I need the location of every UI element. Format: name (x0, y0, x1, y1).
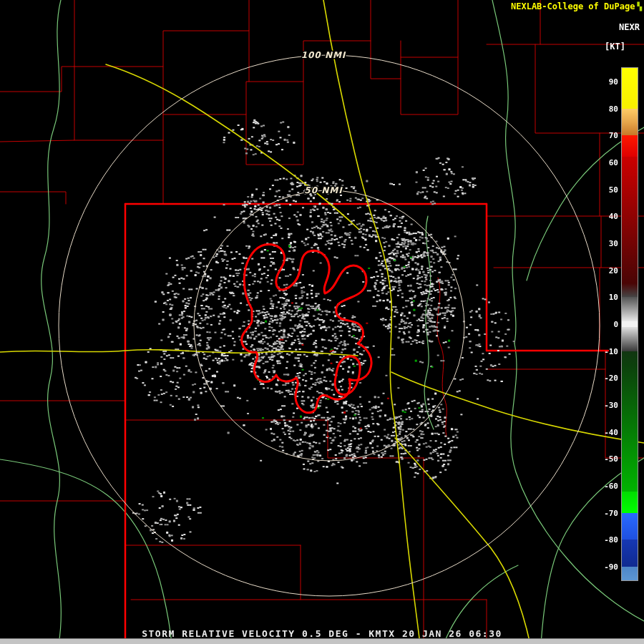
map-path (390, 301, 420, 644)
colorbar-segment (622, 122, 638, 135)
colorbar-segment (622, 283, 638, 297)
colorbar-tick: 40 (597, 212, 618, 221)
status-bar: STORM RELATIVE VELOCITY 0.5 DEG - KMTX 2… (0, 628, 644, 638)
range-rings: 100 NMI50 NMI (59, 50, 600, 596)
brand: NEXLAB-College of DuPage ▚ (511, 1, 642, 11)
highway-lines (0, 0, 644, 644)
colorbar-segment (622, 492, 638, 513)
range-ring-label: 50 NMI (304, 185, 343, 195)
map-path (106, 64, 358, 229)
colorbar-tick: -80 (597, 535, 618, 545)
colorbar-segment (622, 351, 638, 365)
colorbar-tick: -50 (597, 454, 618, 464)
map-path (242, 244, 371, 412)
map-path (323, 0, 391, 301)
lake-outlines (242, 244, 371, 412)
colorbar-segment (622, 297, 638, 321)
colorbar-tick: -40 (597, 427, 618, 436)
colorbar-segment (622, 540, 638, 567)
colorbar-tick: -90 (597, 562, 618, 572)
colorbar-tick: 90 (597, 77, 618, 86)
colorbar-segment (622, 157, 638, 283)
range-ring-label: 100 NMI (301, 50, 346, 60)
range-ring (194, 190, 464, 461)
brand-label: NEXLAB-College of DuPage (511, 1, 635, 11)
colorbar-tick: -30 (597, 401, 618, 410)
colorbar-tick: 50 (597, 185, 618, 194)
status-text: STORM RELATIVE VELOCITY 0.5 DEG - KMTX 2… (142, 628, 502, 639)
colorbar-tick: 10 (597, 293, 618, 302)
colorbar-segment (622, 365, 638, 492)
colorbar-tick: 0 (597, 320, 618, 329)
colorbar-segment (622, 567, 638, 580)
colorbar-segment (622, 109, 638, 122)
bottom-scrollbar[interactable] (0, 638, 644, 644)
colorbar-tick: 60 (597, 157, 618, 167)
colorbar-segment (622, 135, 638, 157)
colorbar-tick: 80 (597, 104, 618, 113)
map-path (395, 438, 530, 644)
colorbar-tick: -70 (597, 508, 618, 517)
colorbar-tick: -10 (597, 346, 618, 356)
brand-icon: ▚ (637, 3, 642, 11)
radar-overlay: 100 NMI50 NMI (0, 0, 644, 644)
colorbar-segment (622, 321, 638, 327)
map-path (335, 356, 360, 394)
colorbar-segment (622, 68, 638, 109)
colorbar-segment (622, 327, 638, 351)
colorbar-tick: 30 (597, 238, 618, 248)
colorbar-segment (622, 513, 638, 540)
colorbar-tick: 20 (597, 265, 618, 275)
colorbar-tick: -20 (597, 374, 618, 383)
colorbar (622, 68, 638, 580)
colorbar-title: NEXR (619, 22, 640, 32)
colorbar-tick: -60 (597, 482, 618, 491)
colorbar-units: [KT] (605, 42, 625, 52)
map-path (0, 350, 358, 356)
colorbar-tick: 70 (597, 131, 618, 140)
radar-screen: 100 NMI50 NMI NEXLAB-College of DuPage ▚… (0, 0, 644, 644)
range-ring (59, 55, 600, 596)
